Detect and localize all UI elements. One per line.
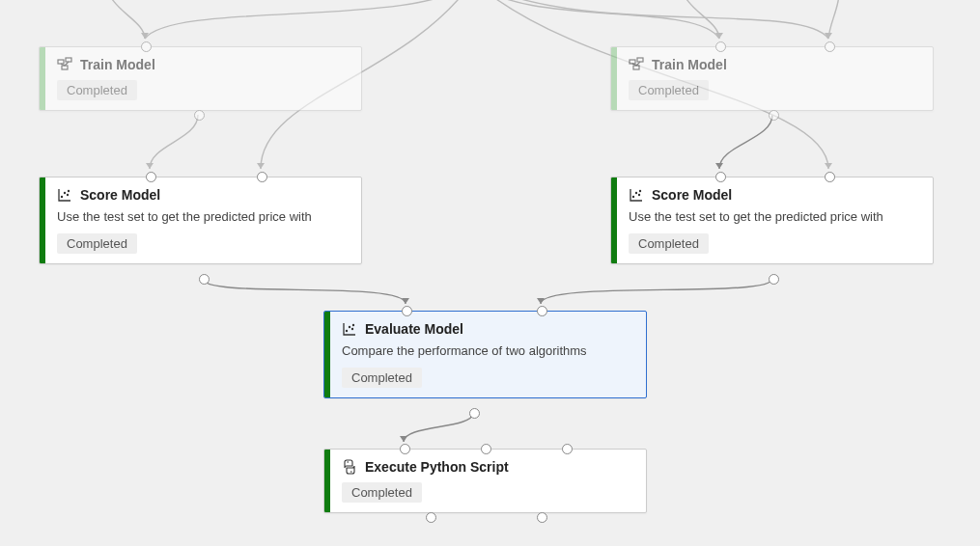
input-port-1[interactable] [402,306,412,316]
node-title: Evaluate Model [365,321,463,337]
svg-marker-7 [402,298,409,304]
svg-marker-9 [400,436,407,442]
svg-point-26 [351,328,353,330]
node-title: Score Model [80,187,160,203]
input-port-1[interactable] [400,444,410,454]
svg-rect-10 [58,60,64,64]
node-title: Execute Python Script [365,459,509,475]
output-port-2[interactable] [537,512,547,523]
svg-point-25 [349,326,350,328]
node-title: Train Model [80,57,155,72]
node-score-model-left[interactable]: Score Model Use the test set to get the … [39,177,362,264]
scatter-icon [57,187,72,203]
svg-point-28 [347,461,349,463]
svg-point-27 [352,324,354,326]
svg-point-20 [632,196,634,198]
node-description: Compare the performance of two algorithm… [342,342,632,360]
input-port-2[interactable] [257,172,267,182]
svg-marker-4 [257,163,265,169]
output-port[interactable] [194,110,205,121]
node-description: Use the test set to get the predicted pr… [57,208,348,226]
train-icon [57,57,72,72]
svg-marker-2 [825,33,832,39]
svg-marker-5 [715,163,723,169]
svg-rect-11 [66,58,71,62]
input-port-2[interactable] [537,306,547,316]
status-badge: Completed [342,482,422,503]
svg-point-29 [350,471,352,473]
svg-marker-6 [825,163,832,169]
svg-point-16 [61,196,63,198]
svg-rect-13 [630,60,635,64]
scatter-icon [629,187,644,203]
status-badge: Completed [57,233,137,254]
input-port-2[interactable] [825,41,835,52]
node-train-model-left[interactable]: Train Model Completed [39,46,362,111]
input-port-3[interactable] [562,444,573,454]
output-port-1[interactable] [426,512,436,523]
svg-marker-0 [141,33,149,39]
node-evaluate-model[interactable]: Evaluate Model Compare the performance o… [323,311,647,398]
train-icon [629,57,644,72]
node-title: Train Model [652,57,727,72]
output-port[interactable] [199,274,210,285]
svg-point-24 [346,330,348,332]
output-port[interactable] [769,110,779,121]
status-badge: Completed [57,80,137,100]
input-port[interactable] [715,41,726,52]
input-port-1[interactable] [715,172,726,182]
svg-point-17 [64,192,66,194]
status-badge: Completed [629,233,709,254]
svg-marker-1 [715,33,723,39]
status-badge: Completed [342,368,422,388]
pipeline-canvas[interactable]: Train Model Completed Train Model Comple… [0,0,980,546]
svg-point-19 [68,190,70,192]
svg-point-23 [639,190,641,192]
input-port[interactable] [141,41,152,52]
output-port[interactable] [769,274,779,285]
node-title: Score Model [652,187,732,203]
input-port-2[interactable] [825,172,835,182]
output-port[interactable] [469,408,480,419]
status-badge: Completed [629,80,709,100]
svg-rect-15 [633,66,639,69]
svg-rect-14 [637,58,643,62]
svg-point-22 [638,194,640,196]
svg-marker-8 [537,298,545,304]
python-icon [342,459,357,475]
svg-rect-12 [62,66,68,69]
node-train-model-right[interactable]: Train Model Completed [610,46,934,111]
svg-point-18 [67,194,69,196]
input-port-1[interactable] [146,172,156,182]
node-score-model-right[interactable]: Score Model Use the test set to get the … [610,177,934,264]
svg-point-21 [635,192,637,194]
node-description: Use the test set to get the predicted pr… [629,208,919,226]
svg-marker-3 [146,163,154,169]
scatter-icon [342,321,357,337]
input-port-2[interactable] [481,444,491,454]
node-execute-python-script[interactable]: Execute Python Script Completed [323,449,647,513]
